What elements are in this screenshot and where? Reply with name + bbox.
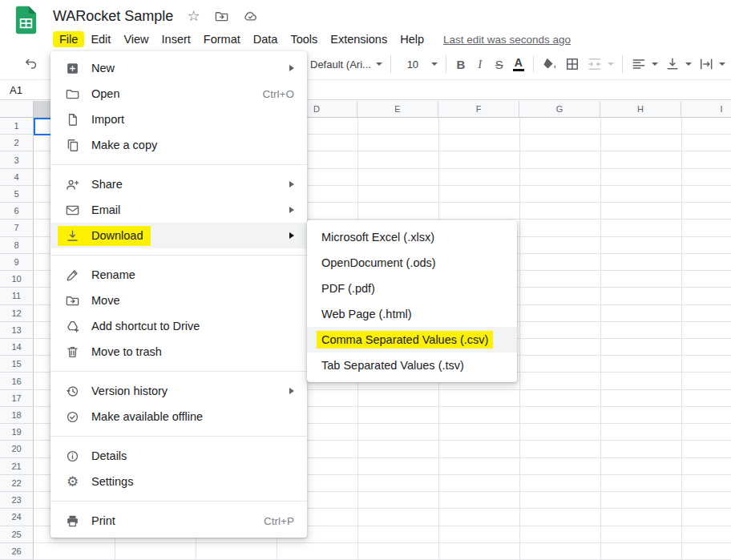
chevron-down-icon [685,62,692,66]
trash-icon [65,344,80,360]
row-header-24[interactable]: 24 [0,509,34,526]
fill-color-button[interactable] [539,54,561,75]
submenu-item-ods[interactable]: OpenDocument (.ods) [307,250,517,276]
row-header-19[interactable]: 19 [0,424,34,441]
row-header-15[interactable]: 15 [0,356,34,373]
merge-cells-button[interactable] [584,54,617,75]
row-header-3[interactable]: 3 [0,151,34,168]
toolbar-divider [622,55,623,73]
submenu-item-pdf[interactable]: PDF (.pdf) [307,276,517,301]
move-folder-icon[interactable] [214,9,229,24]
row-header-5[interactable]: 5 [0,186,34,203]
envelope-icon [65,203,80,218]
menu-item-import[interactable]: Import [50,107,307,132]
menu-extensions[interactable]: Extensions [324,31,394,47]
row-header-22[interactable]: 22 [0,475,34,492]
row-header-12[interactable]: 12 [0,305,34,322]
printer-icon [65,514,80,529]
row-header-26[interactable]: 26 [0,543,34,560]
row-header-20[interactable]: 20 [0,441,34,457]
row-header-25[interactable]: 25 [0,526,34,543]
menu-item-version-history[interactable]: Version history [50,378,307,404]
offline-check-icon [65,409,80,425]
menu-item-print[interactable]: Print Ctrl+P [50,508,307,534]
undo-button[interactable] [21,54,42,75]
history-icon [65,384,80,399]
font-family-select[interactable]: Default (Ari... [307,54,386,75]
menu-item-details[interactable]: Details [50,443,307,469]
menu-item-open[interactable]: Open Ctrl+O [50,81,307,107]
bold-button[interactable]: B [451,54,471,75]
menu-view[interactable]: View [117,31,155,47]
column-header-I[interactable]: I [681,101,731,118]
menu-item-make-available-offline[interactable]: Make available offline [50,404,307,429]
column-header-F[interactable]: F [438,101,519,118]
borders-button[interactable] [561,54,584,75]
row-header-4[interactable]: 4 [0,169,34,186]
csv-highlight: Comma Separated Values (.csv) [317,331,493,348]
submenu-arrow-icon [289,181,294,187]
submenu-item-tsv[interactable]: Tab Separated Values (.tsv) [307,353,517,378]
row-header-11[interactable]: 11 [0,288,34,304]
menu-item-share[interactable]: Share [50,171,307,197]
italic-button[interactable]: I [471,54,490,75]
horizontal-align-button[interactable] [628,54,661,75]
column-header-E[interactable]: E [357,101,438,118]
column-header-G[interactable]: G [519,101,600,118]
row-header-9[interactable]: 9 [0,254,34,271]
document-title[interactable]: WARocket Sample [53,8,173,25]
menu-item-settings[interactable]: ⚙ Settings [50,469,307,494]
row-header-6[interactable]: 6 [0,203,34,220]
text-wrap-button[interactable] [695,54,729,75]
cloud-status-icon[interactable] [243,9,258,24]
menu-format[interactable]: Format [197,31,247,47]
menu-insert[interactable]: Insert [155,31,197,47]
row-header-8[interactable]: 8 [0,237,34,254]
menu-item-new[interactable]: New [50,55,307,81]
menu-item-rename[interactable]: Rename [50,262,307,288]
submenu-item-xlsx[interactable]: Microsoft Excel (.xlsx) [307,224,517,250]
row-header-16[interactable]: 16 [0,373,34,389]
submenu-arrow-icon [289,388,294,394]
text-color-button[interactable]: A [509,54,528,75]
last-edit-link[interactable]: Last edit was seconds ago [443,34,571,46]
row-header-10[interactable]: 10 [0,271,34,288]
chevron-down-icon [376,62,382,66]
strikethrough-button[interactable]: S [490,54,509,75]
row-header-21[interactable]: 21 [0,458,34,475]
menu-data[interactable]: Data [247,31,285,47]
column-header-H[interactable]: H [600,101,681,118]
row-header-2[interactable]: 2 [0,135,34,151]
name-box[interactable]: A1 [0,84,22,96]
menu-help[interactable]: Help [394,31,430,47]
menu-item-email[interactable]: Email [50,197,307,223]
menu-item-add-shortcut-to-drive[interactable]: Add shortcut to Drive [50,313,307,339]
menu-divider [50,501,307,502]
sheets-logo[interactable] [13,6,39,34]
row-header-17[interactable]: 17 [0,390,34,407]
menu-item-move[interactable]: Move [50,288,307,313]
vertical-align-button[interactable] [661,54,695,75]
menu-edit[interactable]: Edit [84,31,117,47]
move-folder-icon [65,293,80,308]
row-header-1[interactable]: 1 [0,118,34,135]
row-header-7[interactable]: 7 [0,220,34,236]
submenu-item-csv[interactable]: Comma Separated Values (.csv) [307,327,517,353]
star-icon[interactable]: ☆ [187,9,200,23]
menu-item-make-a-copy[interactable]: Make a copy [50,132,307,158]
chevron-down-icon [719,62,725,66]
menu-tools[interactable]: Tools [284,31,324,47]
download-icon [65,228,80,244]
row-header-18[interactable]: 18 [0,407,34,424]
download-highlight: Download [58,226,151,246]
menu-file[interactable]: File [53,31,84,47]
menu-item-download[interactable]: Download [50,223,307,248]
row-header-13[interactable]: 13 [0,322,34,339]
submenu-arrow-icon [289,65,294,71]
select-all-corner[interactable] [0,101,34,118]
menu-item-move-to-trash[interactable]: Move to trash [50,339,307,365]
row-header-14[interactable]: 14 [0,339,34,356]
row-header-23[interactable]: 23 [0,492,34,509]
font-size-select[interactable]: 10 [396,54,441,75]
submenu-item-html[interactable]: Web Page (.html) [307,301,517,327]
